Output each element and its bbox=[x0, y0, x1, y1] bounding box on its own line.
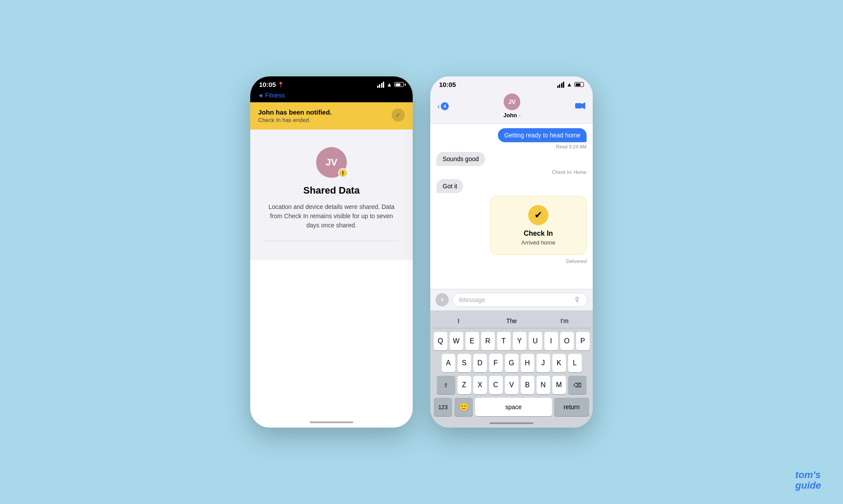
suggestion-2[interactable]: The bbox=[485, 317, 538, 325]
key-b[interactable]: B bbox=[521, 376, 534, 394]
toms-guide-watermark: tom's guide bbox=[795, 470, 821, 491]
keyboard-row-3: ⇧ Z X C V B N M ⌫ bbox=[432, 376, 591, 394]
key-p[interactable]: P bbox=[576, 332, 590, 350]
divider bbox=[263, 241, 400, 241]
key-c[interactable]: C bbox=[489, 376, 503, 394]
key-q[interactable]: Q bbox=[434, 332, 447, 350]
notif-title: John has been notified. bbox=[258, 108, 332, 116]
check-in-label: Check In: Home bbox=[552, 169, 587, 175]
keyboard: I The I'm Q W E R T Y U I O P A bbox=[430, 310, 593, 420]
check-in-label-text: Check In: Home bbox=[552, 169, 587, 175]
key-h[interactable]: H bbox=[521, 354, 534, 372]
msg-read-1: Read 9:24 AM bbox=[556, 144, 587, 149]
key-i[interactable]: I bbox=[544, 332, 558, 350]
card-check-icon: ✔ bbox=[528, 205, 548, 225]
key-a[interactable]: A bbox=[442, 354, 455, 372]
battery-icon bbox=[394, 82, 404, 87]
key-emoji[interactable]: 🙂 bbox=[454, 398, 473, 416]
toms-guide-line2: guide bbox=[795, 480, 821, 491]
avatar-wrapper: JV ! bbox=[316, 147, 347, 178]
right-battery-icon bbox=[574, 82, 584, 87]
key-delete[interactable]: ⌫ bbox=[568, 376, 587, 394]
right-nav-bar: ‹ 4 JV John › bbox=[430, 91, 593, 124]
messages-area: Getting ready to head home Read 9:24 AM … bbox=[430, 124, 593, 289]
keyboard-bottom-row: 123 🙂 space return bbox=[432, 398, 591, 416]
key-l[interactable]: L bbox=[568, 354, 582, 372]
signal-bars bbox=[377, 82, 385, 88]
contact-avatar: JV bbox=[504, 94, 520, 110]
key-z[interactable]: Z bbox=[458, 376, 471, 394]
key-f[interactable]: F bbox=[489, 354, 503, 372]
key-123[interactable]: 123 bbox=[434, 398, 452, 416]
contact-initials: JV bbox=[508, 98, 515, 105]
key-u[interactable]: U bbox=[529, 332, 542, 350]
location-icon: 📍 bbox=[277, 82, 284, 88]
key-t[interactable]: T bbox=[497, 332, 511, 350]
left-status-bar: 10:05 📍 ▲ bbox=[250, 76, 413, 91]
keyboard-row-2: A S D F G H J K L bbox=[432, 354, 591, 372]
home-indicator bbox=[310, 421, 353, 423]
msg-text-3: Got it bbox=[443, 183, 457, 190]
msg-text-2: Sounds good bbox=[443, 155, 479, 162]
card-title: Check In bbox=[524, 230, 553, 238]
video-call-icon[interactable] bbox=[575, 101, 586, 112]
delivered-label: Delivered bbox=[566, 259, 587, 264]
avatar-badge: ! bbox=[338, 168, 348, 178]
key-n[interactable]: N bbox=[537, 376, 550, 394]
msg-sent-1: Getting ready to head home bbox=[498, 128, 587, 142]
wifi-icon: ▲ bbox=[386, 81, 392, 88]
delivered-text: Delivered bbox=[566, 259, 587, 264]
read-label: Read 9:24 AM bbox=[556, 144, 587, 149]
key-d[interactable]: D bbox=[473, 354, 487, 372]
key-space[interactable]: space bbox=[475, 398, 552, 416]
add-attachment-button[interactable]: + bbox=[436, 293, 449, 306]
check-icon: ✓ bbox=[396, 112, 401, 119]
right-signal-bars bbox=[557, 82, 565, 88]
key-return[interactable]: return bbox=[554, 398, 589, 416]
key-g[interactable]: G bbox=[505, 354, 519, 372]
imessage-input[interactable]: iMessage 🎙 bbox=[452, 293, 587, 307]
imessage-placeholder: iMessage bbox=[459, 296, 485, 303]
contact-name-chevron: › bbox=[519, 113, 521, 118]
chevron-left-icon: ‹ bbox=[437, 102, 440, 111]
key-shift[interactable]: ⇧ bbox=[437, 376, 455, 394]
keyboard-row-1: Q W E R T Y U I O P bbox=[432, 332, 591, 350]
check-in-card[interactable]: ✔ Check In Arrived home bbox=[490, 196, 587, 255]
notif-check-btn[interactable]: ✓ bbox=[392, 108, 405, 122]
notification-banner: John has been notified. Check In has end… bbox=[250, 102, 413, 130]
key-x[interactable]: X bbox=[473, 376, 487, 394]
msg-received-2: Got it bbox=[436, 179, 463, 193]
imessage-mic-icon[interactable]: 🎙 bbox=[574, 296, 581, 304]
left-phone: 10:05 📍 ▲ ◄ Fitness John has been no bbox=[250, 76, 413, 428]
imessage-bar: + iMessage 🎙 bbox=[430, 289, 593, 310]
left-body: JV ! Shared Data Location and device det… bbox=[250, 130, 413, 260]
shared-data-desc: Location and device details were shared.… bbox=[263, 202, 400, 230]
key-k[interactable]: K bbox=[552, 354, 566, 372]
suggestion-1[interactable]: I bbox=[432, 317, 485, 325]
key-j[interactable]: J bbox=[537, 354, 550, 372]
card-sub: Arrived home bbox=[521, 239, 555, 246]
shared-data-title: Shared Data bbox=[303, 185, 360, 196]
key-s[interactable]: S bbox=[458, 354, 471, 372]
checkmark-icon: ✔ bbox=[534, 209, 542, 221]
msg-text-1: Getting ready to head home bbox=[504, 132, 580, 139]
left-back-label[interactable]: ◄ Fitness bbox=[250, 91, 413, 102]
key-m[interactable]: M bbox=[552, 376, 566, 394]
key-v[interactable]: V bbox=[505, 376, 519, 394]
key-y[interactable]: Y bbox=[513, 332, 526, 350]
contact-header[interactable]: JV John › bbox=[503, 94, 520, 119]
key-r[interactable]: R bbox=[481, 332, 495, 350]
left-time: 10:05 bbox=[259, 81, 276, 88]
suggestion-3[interactable]: I'm bbox=[538, 317, 591, 325]
back-button[interactable]: ‹ 4 bbox=[437, 102, 449, 111]
key-e[interactable]: E bbox=[465, 332, 479, 350]
exclamation-icon: ! bbox=[342, 170, 344, 176]
keyboard-suggestions: I The I'm bbox=[432, 314, 591, 328]
key-o[interactable]: O bbox=[560, 332, 574, 350]
contact-name: John bbox=[503, 112, 517, 119]
home-bar bbox=[490, 422, 533, 424]
key-w[interactable]: W bbox=[450, 332, 463, 350]
back-badge[interactable]: 4 bbox=[441, 102, 449, 110]
right-time: 10:05 bbox=[439, 81, 456, 88]
svg-marker-1 bbox=[582, 102, 585, 109]
